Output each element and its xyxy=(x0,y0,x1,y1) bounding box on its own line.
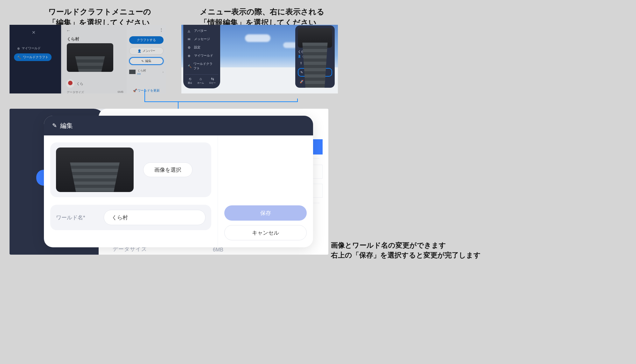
screenshot-worldcraft-menu: ✕ ⊕ マイワールド 🔨 ワールドクラフト ← くら村 くら データサイズ 6M… xyxy=(10,25,166,93)
globe-icon: ⊕ xyxy=(17,47,20,50)
select-image-button[interactable]: 画像を選択 xyxy=(143,162,192,177)
menu-message[interactable]: ✉メッセージ xyxy=(185,35,218,43)
chevron-right-icon: › xyxy=(163,70,164,74)
cancel-button[interactable]: キャンセル xyxy=(224,225,307,240)
refresh-world-link[interactable]: 🚀 ワールドを更新 xyxy=(129,88,164,93)
refresh-world-label: ワールドを更新 xyxy=(137,89,160,92)
menu-home-label: ホーム xyxy=(197,82,204,84)
swap-icon: ⇆ xyxy=(209,77,216,81)
menu-lobby[interactable]: ⇆ロビー xyxy=(209,77,216,85)
data-size-value: 6MB xyxy=(117,90,123,93)
owner-avatar[interactable] xyxy=(66,79,74,88)
caption-b-l1: メニュー表示の際、右に表示される xyxy=(200,7,325,16)
craft-button[interactable]: クラフトする xyxy=(129,36,164,44)
select-image-label: 画像を選択 xyxy=(154,166,181,174)
menu-avatar[interactable]: ◬アバター xyxy=(185,27,218,35)
nav-my-world-label: マイワールド xyxy=(22,46,41,51)
dialog-left: 画像を選択 ワールド名* xyxy=(44,135,218,247)
menu-home[interactable]: ⌂ホーム xyxy=(197,77,204,85)
screenshot-ingame-menu: ◬アバター ✉メッセージ ⚙設定 ⊕マイワールド 🔨ワールドクラフト ⎋退出 ⌂… xyxy=(181,25,338,93)
gear-icon: ⚙ xyxy=(188,46,192,49)
world-thumbnail xyxy=(67,43,113,72)
dialog-right: 保存 キャンセル xyxy=(218,135,313,247)
member-button[interactable]: 👤 メンバー xyxy=(129,47,164,55)
world-info-card: くら村 👤 くら ⇪メンバー管理 ✎情報編集 🚀ワールドを更新 xyxy=(295,25,335,88)
cancel-button-label: キャンセル xyxy=(252,229,279,237)
world-list-item[interactable]: くら村 0 0 › xyxy=(129,67,164,76)
menu-settings[interactable]: ⚙設定 xyxy=(185,43,218,52)
menu-avatar-label: アバター xyxy=(194,29,207,33)
nav-world-craft-label: ワールドクラフト xyxy=(23,55,48,59)
rocket-icon: 🚀 xyxy=(133,89,137,92)
caption-c-l2: 右上の「保存」を選択すると変更が完了します xyxy=(331,251,481,259)
avatar-icon: ◬ xyxy=(188,29,192,33)
member-button-label: メンバー xyxy=(143,49,155,53)
edit-dialog: ✎ 編集 画像を選択 ワールド名* 保存 xyxy=(44,116,313,247)
world-detail: ← くら村 くら データサイズ 6MB xyxy=(62,25,127,93)
world-actions: ⋮ クラフトする 👤 メンバー ✎ 編集 くら村 0 0 › 🚀 ワールドを更新 xyxy=(127,25,166,93)
menu-message-label: メッセージ xyxy=(194,37,210,41)
menu-exit-label: 退出 xyxy=(188,82,192,84)
image-section: 画像を選択 xyxy=(50,142,211,197)
close-icon[interactable]: ✕ xyxy=(32,30,36,35)
main-menu: ◬アバター ✉メッセージ ⚙設定 ⊕マイワールド 🔨ワールドクラフト ⎋退出 ⌂… xyxy=(183,25,220,88)
globe-icon: ⊕ xyxy=(188,54,192,58)
home-icon: ⌂ xyxy=(197,77,204,81)
menu-settings-label: 設定 xyxy=(194,45,200,50)
edit-button-label: 編集 xyxy=(145,59,151,63)
rocket-icon: 🚀 xyxy=(300,80,304,83)
save-button-label: 保存 xyxy=(260,209,271,217)
world-mini-thumb xyxy=(129,70,136,74)
data-size-value: 6MB xyxy=(213,247,223,253)
person-icon: 👤 xyxy=(137,49,141,53)
data-size-label: データサイズ xyxy=(67,90,84,93)
back-icon[interactable]: ← xyxy=(66,28,71,33)
share-icon: ⇪ xyxy=(300,61,302,65)
menu-lobby-label: ロビー xyxy=(209,82,216,84)
dialog-title: 編集 xyxy=(60,121,73,130)
world-image-preview xyxy=(56,148,134,192)
menu-world-craft-label: ワールドクラフト xyxy=(193,62,216,71)
menu-bottom-bar: ⎋退出 ⌂ホーム ⇆ロビー xyxy=(185,74,218,85)
world-list-item-sub: 0 0 xyxy=(137,73,146,75)
pencil-icon: ✎ xyxy=(300,71,303,74)
hammer-icon: 🔨 xyxy=(188,65,192,68)
card-thumbnail xyxy=(298,28,332,48)
menu-my-world-label: マイワールド xyxy=(194,53,213,58)
caption-a-l1: ワールドクラフトメニューの xyxy=(48,7,151,16)
world-name-input[interactable] xyxy=(104,210,206,225)
message-icon: ✉ xyxy=(188,38,192,41)
menu-exit[interactable]: ⎋退出 xyxy=(188,77,192,85)
world-title: くら村 xyxy=(67,36,79,42)
craft-button-label: クラフトする xyxy=(137,38,156,42)
side-nav: ✕ ⊕ マイワールド 🔨 ワールドクラフト xyxy=(10,25,61,93)
nav-my-world[interactable]: ⊕ マイワールド xyxy=(14,45,44,52)
pencil-icon: ✎ xyxy=(141,59,144,63)
nav-world-craft[interactable]: 🔨 ワールドクラフト xyxy=(14,53,52,61)
cloud xyxy=(245,34,270,42)
dialog-header: ✎ 編集 xyxy=(44,116,313,135)
save-button[interactable]: 保存 xyxy=(224,205,307,221)
world-list-item-title: くら村 xyxy=(137,69,146,73)
menu-my-world[interactable]: ⊕マイワールド xyxy=(185,52,218,60)
owner-name: くら xyxy=(76,81,83,86)
pencil-icon: ✎ xyxy=(52,122,57,129)
caption-c-l1: 画像とワールド名の変更ができます xyxy=(331,241,446,249)
kebab-icon[interactable]: ⋮ xyxy=(159,27,164,32)
hammer-icon: 🔨 xyxy=(17,56,21,59)
edit-dialog-screenshot: データサイズ 6MB ✎ 編集 画像を選択 ワールド名* xyxy=(10,109,328,255)
menu-world-craft[interactable]: 🔨ワールドクラフト xyxy=(185,60,218,72)
world-name-label: ワールド名* xyxy=(56,214,104,221)
caption-c: 画像とワールド名の変更ができます 右上の「保存」を選択すると変更が完了します xyxy=(331,241,481,260)
exit-icon: ⎋ xyxy=(188,77,192,81)
name-section: ワールド名* xyxy=(50,205,211,230)
edit-button[interactable]: ✎ 編集 xyxy=(129,57,164,65)
